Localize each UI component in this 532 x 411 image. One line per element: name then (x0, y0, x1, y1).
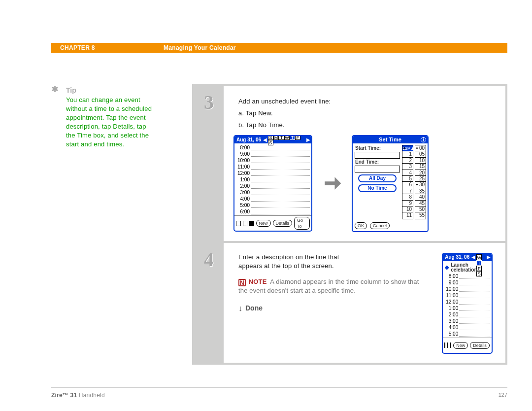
goto-button: Go To (492, 339, 493, 352)
time-row: 5:00 (236, 202, 310, 208)
time-label: 11:00 (444, 293, 459, 298)
diamond-icon: ◆ (445, 265, 449, 270)
time-label: 10:00 (236, 158, 251, 163)
time-label: 8:00 (236, 145, 251, 150)
asterisk-icon: ✱ (51, 85, 59, 94)
time-cell: 10 (402, 206, 413, 212)
step-number-col: 4 (194, 243, 224, 363)
new-button: New (256, 220, 271, 227)
step-number: 3 (194, 91, 224, 114)
next-week-icon: ▶ (306, 137, 310, 142)
time-cell: 20 (415, 170, 426, 176)
start-time-field (355, 152, 400, 159)
view-week-icon (243, 221, 248, 226)
time-cell: 45 (415, 201, 426, 206)
tip-label: Tip (66, 86, 76, 95)
day-s: S (268, 135, 273, 140)
time-row: 6:00 (236, 208, 310, 214)
time-row: 1:00 (444, 305, 490, 311)
time-cell: 15 (415, 164, 426, 170)
no-time-button: No Time (358, 184, 397, 192)
view-day-icon (444, 342, 445, 348)
done-label: Done (245, 304, 263, 312)
time-row: 11:00 (444, 292, 490, 298)
down-arrow-icon: ↓ (238, 304, 242, 312)
steps-container: 3 Add an unscheduled event line: a. Tap … (192, 84, 507, 365)
time-cell: 40 (415, 194, 426, 200)
time-row: 3:00 (444, 317, 490, 324)
time-row: 9:00 (236, 150, 310, 157)
set-time-dialog: Set Time i Start Time: End Time: All Day… (352, 135, 429, 232)
view-week-icon (447, 342, 448, 348)
time-label: 4:00 (444, 325, 459, 330)
all-day-button: All Day (358, 174, 397, 182)
start-time-label: Start Time: (355, 146, 400, 151)
step3-heading: Add an unscheduled event line: (238, 96, 493, 107)
time-label: 2:00 (444, 312, 459, 317)
next-week-icon: ▶ (487, 255, 491, 260)
chapter-number: CHAPTER 8 (60, 44, 95, 51)
step-number-col: 3 (194, 86, 224, 241)
time-cell: 00 (415, 145, 426, 151)
day-t: T (290, 135, 295, 140)
step3-sub-b: b. Tap No Time. (238, 119, 493, 131)
time-cell: 11 (402, 212, 413, 218)
prev-week-icon: ◀ (263, 137, 267, 142)
time-label: 1:00 (236, 177, 251, 182)
time-row: 9:00 (444, 279, 490, 285)
time-row: 2:00 (236, 182, 310, 189)
end-time-field (355, 166, 400, 172)
time-row: 12:00 (236, 170, 310, 176)
day-f: F (295, 135, 300, 140)
time-cell: 30 (415, 182, 426, 188)
arrow-right-icon (321, 172, 343, 194)
time-row: 2:00 (444, 311, 490, 317)
tip-body: You can change an event without a time t… (66, 96, 155, 149)
time-cell: 55 (415, 212, 426, 218)
note-label: NOTE (249, 278, 267, 285)
time-row: 10:00 (444, 285, 490, 292)
time-label: 12:00 (444, 300, 459, 305)
cal-date: Aug 31, 06 (235, 137, 262, 142)
page-number: 127 (499, 392, 507, 398)
details-button: Details (470, 342, 490, 349)
step-number: 4 (194, 248, 224, 271)
time-label: 2:00 (236, 184, 251, 189)
time-label: 11:00 (236, 165, 251, 170)
time-row: 5:00 (444, 330, 490, 337)
step-4: 4 Enter a description on the line that a… (194, 243, 505, 363)
time-row: 11:00 (236, 163, 310, 170)
view-month-icon (249, 221, 254, 226)
time-cell: 1 (402, 151, 413, 157)
calendar-event-screenshot: Aug 31, 06 ◀ SMTWTFS ▶ ◆ Launch celebrat… (442, 253, 493, 354)
time-label: 9:00 (444, 280, 459, 285)
day-t: T (279, 135, 284, 140)
ok-button: OK (355, 222, 367, 229)
chapter-title: Managing Your Calendar (164, 44, 236, 51)
step-3: 3 Add an unscheduled event line: a. Tap … (194, 86, 505, 241)
time-label: 6:00 (236, 209, 251, 214)
info-icon: i (421, 137, 426, 142)
time-label: 12:00 (236, 171, 251, 176)
done-row: ↓Done (238, 304, 428, 313)
prev-week-icon: ◀ (471, 255, 475, 260)
time-row: 3:00 (236, 189, 310, 195)
time-label: 3:00 (236, 190, 251, 195)
calendar-empty-screenshot: Aug 31, 06 ◀ SMTWTFS ▶ 8:009:0010:0011:0… (233, 135, 312, 232)
time-cell: 25 (415, 176, 426, 182)
time-cell: 05 (415, 151, 426, 157)
time-label: 3:00 (444, 319, 459, 324)
details-button: Details (273, 220, 293, 227)
time-cell: 5 (402, 176, 413, 182)
footer-rule (51, 387, 507, 388)
view-day-icon (236, 221, 241, 226)
time-cell: 8 (402, 194, 413, 200)
time-label: 5:00 (444, 332, 459, 337)
time-label: 1:00 (444, 306, 459, 311)
step-body: Add an unscheduled event line: a. Tap Ne… (224, 86, 505, 241)
minutes-column: 000510152025303540455055 (415, 145, 426, 219)
time-cell: 2 (402, 158, 413, 164)
time-label: 4:00 (236, 197, 251, 202)
step3-images: Aug 31, 06 ◀ SMTWTFS ▶ 8:009:0010:0011:0… (233, 135, 493, 232)
view-month-icon (450, 342, 451, 348)
